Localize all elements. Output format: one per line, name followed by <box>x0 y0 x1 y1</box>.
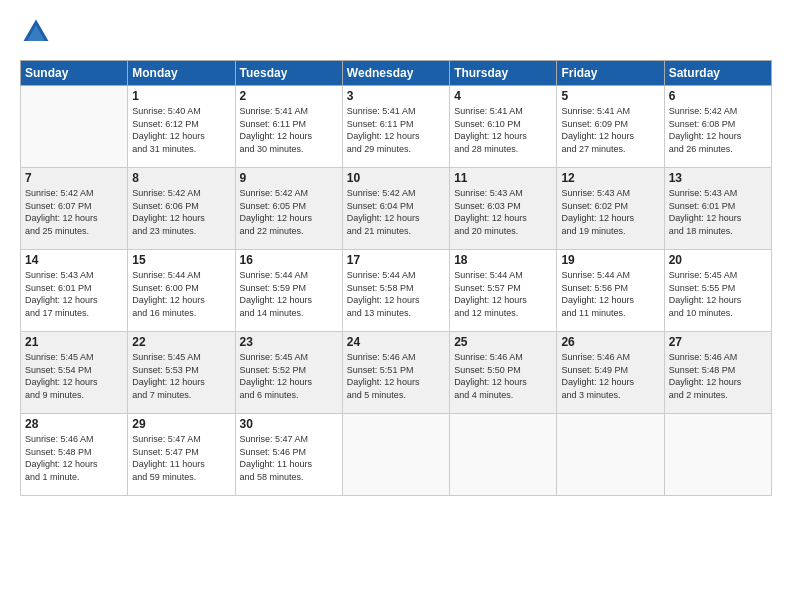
col-header-thursday: Thursday <box>450 61 557 86</box>
day-info: Sunrise: 5:43 AM Sunset: 6:01 PM Dayligh… <box>669 187 767 237</box>
calendar-cell: 26Sunrise: 5:46 AM Sunset: 5:49 PM Dayli… <box>557 332 664 414</box>
day-number: 19 <box>561 253 659 267</box>
col-header-sunday: Sunday <box>21 61 128 86</box>
calendar-cell: 7Sunrise: 5:42 AM Sunset: 6:07 PM Daylig… <box>21 168 128 250</box>
header-row: SundayMondayTuesdayWednesdayThursdayFrid… <box>21 61 772 86</box>
day-info: Sunrise: 5:45 AM Sunset: 5:54 PM Dayligh… <box>25 351 123 401</box>
col-header-friday: Friday <box>557 61 664 86</box>
calendar-cell: 2Sunrise: 5:41 AM Sunset: 6:11 PM Daylig… <box>235 86 342 168</box>
day-number: 29 <box>132 417 230 431</box>
header <box>20 16 772 48</box>
calendar-cell: 4Sunrise: 5:41 AM Sunset: 6:10 PM Daylig… <box>450 86 557 168</box>
calendar-cell: 18Sunrise: 5:44 AM Sunset: 5:57 PM Dayli… <box>450 250 557 332</box>
day-info: Sunrise: 5:46 AM Sunset: 5:48 PM Dayligh… <box>25 433 123 483</box>
day-number: 4 <box>454 89 552 103</box>
day-number: 25 <box>454 335 552 349</box>
calendar-cell: 6Sunrise: 5:42 AM Sunset: 6:08 PM Daylig… <box>664 86 771 168</box>
day-number: 26 <box>561 335 659 349</box>
day-number: 18 <box>454 253 552 267</box>
day-info: Sunrise: 5:47 AM Sunset: 5:46 PM Dayligh… <box>240 433 338 483</box>
day-number: 10 <box>347 171 445 185</box>
day-number: 14 <box>25 253 123 267</box>
calendar-cell: 3Sunrise: 5:41 AM Sunset: 6:11 PM Daylig… <box>342 86 449 168</box>
day-number: 28 <box>25 417 123 431</box>
day-info: Sunrise: 5:44 AM Sunset: 5:59 PM Dayligh… <box>240 269 338 319</box>
day-number: 1 <box>132 89 230 103</box>
calendar: SundayMondayTuesdayWednesdayThursdayFrid… <box>20 60 772 496</box>
calendar-cell: 30Sunrise: 5:47 AM Sunset: 5:46 PM Dayli… <box>235 414 342 496</box>
day-number: 30 <box>240 417 338 431</box>
day-info: Sunrise: 5:43 AM Sunset: 6:02 PM Dayligh… <box>561 187 659 237</box>
col-header-wednesday: Wednesday <box>342 61 449 86</box>
day-info: Sunrise: 5:44 AM Sunset: 5:58 PM Dayligh… <box>347 269 445 319</box>
day-number: 17 <box>347 253 445 267</box>
day-info: Sunrise: 5:43 AM Sunset: 6:03 PM Dayligh… <box>454 187 552 237</box>
logo <box>20 16 56 48</box>
day-number: 20 <box>669 253 767 267</box>
calendar-cell: 16Sunrise: 5:44 AM Sunset: 5:59 PM Dayli… <box>235 250 342 332</box>
day-number: 9 <box>240 171 338 185</box>
day-number: 22 <box>132 335 230 349</box>
calendar-cell: 8Sunrise: 5:42 AM Sunset: 6:06 PM Daylig… <box>128 168 235 250</box>
calendar-cell <box>342 414 449 496</box>
calendar-cell: 27Sunrise: 5:46 AM Sunset: 5:48 PM Dayli… <box>664 332 771 414</box>
day-info: Sunrise: 5:41 AM Sunset: 6:10 PM Dayligh… <box>454 105 552 155</box>
calendar-cell <box>557 414 664 496</box>
day-info: Sunrise: 5:46 AM Sunset: 5:48 PM Dayligh… <box>669 351 767 401</box>
calendar-cell: 5Sunrise: 5:41 AM Sunset: 6:09 PM Daylig… <box>557 86 664 168</box>
col-header-saturday: Saturday <box>664 61 771 86</box>
day-info: Sunrise: 5:42 AM Sunset: 6:06 PM Dayligh… <box>132 187 230 237</box>
calendar-cell: 29Sunrise: 5:47 AM Sunset: 5:47 PM Dayli… <box>128 414 235 496</box>
calendar-week-2: 7Sunrise: 5:42 AM Sunset: 6:07 PM Daylig… <box>21 168 772 250</box>
day-info: Sunrise: 5:44 AM Sunset: 5:56 PM Dayligh… <box>561 269 659 319</box>
calendar-cell: 1Sunrise: 5:40 AM Sunset: 6:12 PM Daylig… <box>128 86 235 168</box>
day-info: Sunrise: 5:44 AM Sunset: 5:57 PM Dayligh… <box>454 269 552 319</box>
day-number: 27 <box>669 335 767 349</box>
calendar-cell <box>21 86 128 168</box>
day-info: Sunrise: 5:47 AM Sunset: 5:47 PM Dayligh… <box>132 433 230 483</box>
calendar-cell: 23Sunrise: 5:45 AM Sunset: 5:52 PM Dayli… <box>235 332 342 414</box>
day-info: Sunrise: 5:45 AM Sunset: 5:55 PM Dayligh… <box>669 269 767 319</box>
calendar-cell: 28Sunrise: 5:46 AM Sunset: 5:48 PM Dayli… <box>21 414 128 496</box>
col-header-monday: Monday <box>128 61 235 86</box>
day-number: 3 <box>347 89 445 103</box>
day-info: Sunrise: 5:40 AM Sunset: 6:12 PM Dayligh… <box>132 105 230 155</box>
day-number: 2 <box>240 89 338 103</box>
day-info: Sunrise: 5:42 AM Sunset: 6:05 PM Dayligh… <box>240 187 338 237</box>
day-number: 5 <box>561 89 659 103</box>
calendar-cell: 10Sunrise: 5:42 AM Sunset: 6:04 PM Dayli… <box>342 168 449 250</box>
day-info: Sunrise: 5:46 AM Sunset: 5:51 PM Dayligh… <box>347 351 445 401</box>
calendar-week-4: 21Sunrise: 5:45 AM Sunset: 5:54 PM Dayli… <box>21 332 772 414</box>
calendar-cell <box>450 414 557 496</box>
calendar-cell: 22Sunrise: 5:45 AM Sunset: 5:53 PM Dayli… <box>128 332 235 414</box>
day-number: 11 <box>454 171 552 185</box>
calendar-cell: 21Sunrise: 5:45 AM Sunset: 5:54 PM Dayli… <box>21 332 128 414</box>
day-number: 7 <box>25 171 123 185</box>
calendar-cell <box>664 414 771 496</box>
calendar-cell: 15Sunrise: 5:44 AM Sunset: 6:00 PM Dayli… <box>128 250 235 332</box>
calendar-week-3: 14Sunrise: 5:43 AM Sunset: 6:01 PM Dayli… <box>21 250 772 332</box>
calendar-week-5: 28Sunrise: 5:46 AM Sunset: 5:48 PM Dayli… <box>21 414 772 496</box>
calendar-cell: 13Sunrise: 5:43 AM Sunset: 6:01 PM Dayli… <box>664 168 771 250</box>
calendar-cell: 11Sunrise: 5:43 AM Sunset: 6:03 PM Dayli… <box>450 168 557 250</box>
day-info: Sunrise: 5:42 AM Sunset: 6:07 PM Dayligh… <box>25 187 123 237</box>
calendar-cell: 20Sunrise: 5:45 AM Sunset: 5:55 PM Dayli… <box>664 250 771 332</box>
page: SundayMondayTuesdayWednesdayThursdayFrid… <box>0 0 792 612</box>
day-number: 16 <box>240 253 338 267</box>
day-info: Sunrise: 5:45 AM Sunset: 5:52 PM Dayligh… <box>240 351 338 401</box>
calendar-cell: 25Sunrise: 5:46 AM Sunset: 5:50 PM Dayli… <box>450 332 557 414</box>
col-header-tuesday: Tuesday <box>235 61 342 86</box>
day-info: Sunrise: 5:46 AM Sunset: 5:50 PM Dayligh… <box>454 351 552 401</box>
logo-icon <box>20 16 52 48</box>
day-info: Sunrise: 5:41 AM Sunset: 6:11 PM Dayligh… <box>347 105 445 155</box>
day-info: Sunrise: 5:42 AM Sunset: 6:08 PM Dayligh… <box>669 105 767 155</box>
calendar-cell: 14Sunrise: 5:43 AM Sunset: 6:01 PM Dayli… <box>21 250 128 332</box>
calendar-cell: 19Sunrise: 5:44 AM Sunset: 5:56 PM Dayli… <box>557 250 664 332</box>
calendar-cell: 9Sunrise: 5:42 AM Sunset: 6:05 PM Daylig… <box>235 168 342 250</box>
calendar-cell: 24Sunrise: 5:46 AM Sunset: 5:51 PM Dayli… <box>342 332 449 414</box>
day-number: 12 <box>561 171 659 185</box>
day-number: 24 <box>347 335 445 349</box>
day-info: Sunrise: 5:41 AM Sunset: 6:09 PM Dayligh… <box>561 105 659 155</box>
day-number: 21 <box>25 335 123 349</box>
calendar-cell: 17Sunrise: 5:44 AM Sunset: 5:58 PM Dayli… <box>342 250 449 332</box>
